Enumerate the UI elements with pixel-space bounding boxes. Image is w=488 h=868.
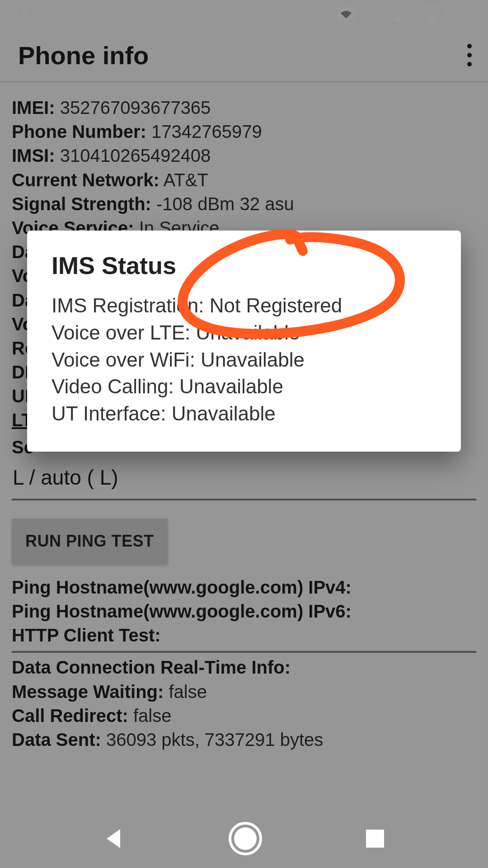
ut-interface-value: Unavailable bbox=[172, 402, 276, 425]
svg-rect-4 bbox=[366, 830, 384, 848]
navigation-bar bbox=[0, 809, 488, 868]
vowifi-row: Voice over WiFi: Unavailable bbox=[52, 346, 436, 373]
video-calling-label: Video Calling: bbox=[52, 375, 174, 397]
ims-registration-label: IMS Registration: bbox=[52, 294, 204, 316]
ut-interface-row: UT Interface: Unavailable bbox=[52, 400, 436, 427]
ims-registration-value: Not Registered bbox=[210, 294, 342, 316]
dialog-title: IMS Status bbox=[52, 251, 436, 279]
ims-status-dialog: IMS Status IMS Registration: Not Registe… bbox=[27, 231, 461, 452]
volte-label: Voice over LTE: bbox=[52, 321, 190, 344]
ims-registration-row: IMS Registration: Not Registered bbox=[52, 292, 436, 319]
vowifi-value: Unavailable bbox=[201, 349, 305, 371]
home-icon[interactable] bbox=[229, 822, 262, 855]
recents-icon[interactable] bbox=[364, 828, 386, 849]
volte-row: Voice over LTE: Unavailable bbox=[52, 319, 436, 346]
video-calling-value: Unavailable bbox=[179, 375, 283, 397]
back-icon[interactable] bbox=[102, 826, 127, 851]
video-calling-row: Video Calling: Unavailable bbox=[52, 373, 436, 400]
volte-value: Unavailable bbox=[196, 321, 300, 344]
dialog-body: IMS Registration: Not Registered Voice o… bbox=[52, 292, 436, 427]
ut-interface-label: UT Interface: bbox=[52, 402, 166, 425]
vowifi-label: Voice over WiFi: bbox=[52, 349, 195, 371]
